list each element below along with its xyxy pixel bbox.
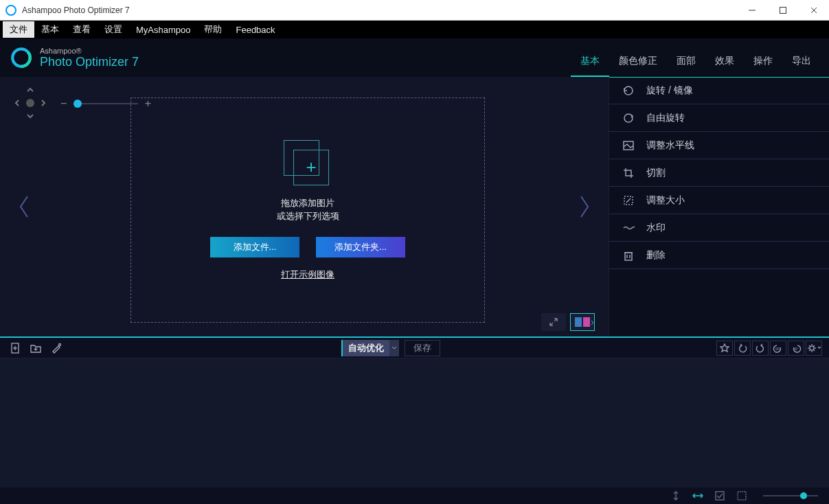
pan-right-button[interactable] (38, 98, 48, 108)
zoom-track[interactable] (73, 103, 137, 104)
tab-color[interactable]: 颜色修正 (609, 48, 667, 77)
add-folder-icon-button[interactable] (27, 340, 44, 356)
main-area: − + + 拖放添加图片 或选择下列选项 添加文件... 添加文件夹... 打开… (0, 77, 829, 336)
canvas: − + + 拖放添加图片 或选择下列选项 添加文件... 添加文件夹... 打开… (0, 77, 609, 336)
svg-line-7 (554, 319, 557, 321)
thumbnail-size-thumb[interactable] (800, 492, 807, 499)
tool-label: 调整水平线 (646, 139, 694, 152)
window-titlebar: Ashampoo Photo Optimizer 7 (0, 0, 829, 21)
pan-up-button[interactable] (25, 85, 35, 95)
tool-delete[interactable]: 删除 (609, 242, 829, 269)
tool-horizon[interactable]: 调整水平线 (609, 132, 829, 159)
brand-line1: Ashampoo® (40, 47, 139, 55)
svg-text:90°: 90° (793, 347, 799, 351)
tool-sidebar: 旋转 / 镜像 自由旋转 调整水平线 切割 调整大小 水印 删除 (609, 77, 829, 336)
tab-export[interactable]: 导出 (782, 48, 821, 77)
menu-help[interactable]: 帮助 (197, 21, 229, 38)
svg-line-34 (809, 350, 810, 351)
svg-rect-1 (780, 7, 786, 13)
thumbnail-size-slider[interactable] (763, 495, 818, 496)
svg-rect-37 (716, 492, 724, 500)
auto-optimize-label: 自动优化 (343, 342, 389, 354)
watermark-icon (622, 221, 635, 235)
rotate-icon (622, 84, 635, 98)
tool-crop[interactable]: 切割 (609, 159, 829, 187)
auto-optimize-dropdown[interactable] (389, 340, 399, 356)
rotate-left-90-button[interactable]: 90° (770, 341, 786, 356)
tool-label: 自由旋转 (646, 112, 685, 124)
window-close-button[interactable] (798, 0, 829, 21)
add-files-button[interactable]: 添加文件... (210, 237, 299, 257)
settings-gear-button[interactable] (806, 341, 822, 356)
redo-button[interactable] (752, 341, 769, 356)
svg-line-31 (809, 345, 810, 347)
app-icon (5, 5, 16, 16)
free-rotate-icon (622, 111, 635, 125)
tab-basic[interactable]: 基本 (571, 48, 609, 77)
prev-image-button[interactable] (14, 186, 34, 227)
brand-row: Ashampoo® Photo Optimizer 7 基本 颜色修正 面部 效… (0, 38, 829, 77)
drop-zone[interactable]: + 拖放添加图片 或选择下列选项 添加文件... 添加文件夹... 打开示例图像 (130, 98, 485, 323)
svg-line-32 (813, 350, 815, 351)
brush-icon-button[interactable] (48, 340, 65, 356)
undo-button[interactable] (734, 341, 751, 356)
tool-resize[interactable]: 调整大小 (609, 187, 829, 214)
tool-label: 水印 (646, 222, 666, 234)
add-folder-button[interactable]: 添加文件夹... (316, 237, 405, 257)
tab-effects[interactable]: 效果 (705, 48, 744, 77)
menu-feedback[interactable]: Feedback (229, 23, 282, 37)
tool-tabs: 基本 颜色修正 面部 效果 操作 导出 (571, 38, 829, 77)
open-sample-link[interactable]: 打开示例图像 (281, 268, 334, 281)
fullscreen-button[interactable] (541, 313, 566, 331)
auto-optimize-button[interactable]: 自动优化 (341, 340, 399, 356)
menu-view[interactable]: 查看 (66, 21, 98, 38)
dz-line1: 拖放添加图片 (277, 196, 339, 210)
save-button[interactable]: 保存 (405, 340, 440, 356)
favorite-button[interactable] (716, 341, 733, 356)
svg-rect-38 (738, 492, 746, 500)
bottom-bar (0, 488, 829, 504)
compare-view-button[interactable] (570, 313, 595, 331)
add-image-icon: + (284, 140, 332, 188)
rotate-right-90-button[interactable]: 90° (788, 341, 804, 356)
tab-face[interactable]: 面部 (667, 48, 705, 77)
menu-basic[interactable]: 基本 (34, 21, 66, 38)
svg-line-12 (626, 198, 631, 203)
crop-icon (622, 166, 635, 180)
pan-down-button[interactable] (25, 111, 35, 121)
pan-left-button[interactable] (12, 98, 22, 108)
svg-rect-13 (625, 253, 632, 260)
view-modes (541, 313, 595, 331)
thumbnail-grid-button[interactable] (736, 490, 748, 502)
thumbnail-check-button[interactable] (714, 490, 726, 502)
svg-text:90°: 90° (775, 347, 781, 351)
tool-label: 调整大小 (646, 194, 685, 207)
dz-line2: 或选择下列选项 (277, 209, 339, 223)
add-file-icon-button[interactable] (7, 340, 23, 356)
resize-icon (622, 194, 635, 207)
brand-logo-icon (10, 46, 33, 69)
pan-center-button[interactable] (26, 99, 34, 107)
tool-watermark[interactable]: 水印 (609, 214, 829, 242)
next-image-button[interactable] (574, 186, 595, 227)
tool-label: 删除 (646, 249, 666, 262)
tool-label: 切割 (646, 167, 666, 179)
zoom-thumb[interactable] (73, 100, 82, 108)
trash-icon (622, 249, 635, 262)
menu-file[interactable]: 文件 (3, 21, 34, 38)
brand-line2: Photo Optimizer 7 (40, 55, 139, 69)
tool-rotate-mirror[interactable]: 旋转 / 镜像 (609, 77, 829, 104)
svg-point-22 (59, 343, 61, 345)
window-title: Ashampoo Photo Optimizer 7 (22, 5, 736, 15)
menu-settings[interactable]: 设置 (98, 21, 129, 38)
pan-joystick (12, 85, 48, 121)
tool-free-rotate[interactable]: 自由旋转 (609, 104, 829, 132)
window-maximize-button[interactable] (767, 0, 798, 21)
zoom-out-button[interactable]: − (58, 98, 69, 110)
sort-button[interactable] (670, 490, 682, 502)
menubar: 文件 基本 查看 设置 MyAshampoo 帮助 Feedback (0, 21, 829, 38)
fit-width-button[interactable] (692, 490, 704, 502)
menu-myashampoo[interactable]: MyAshampoo (129, 23, 197, 37)
window-minimize-button[interactable] (736, 0, 767, 21)
tab-actions[interactable]: 操作 (744, 48, 782, 77)
